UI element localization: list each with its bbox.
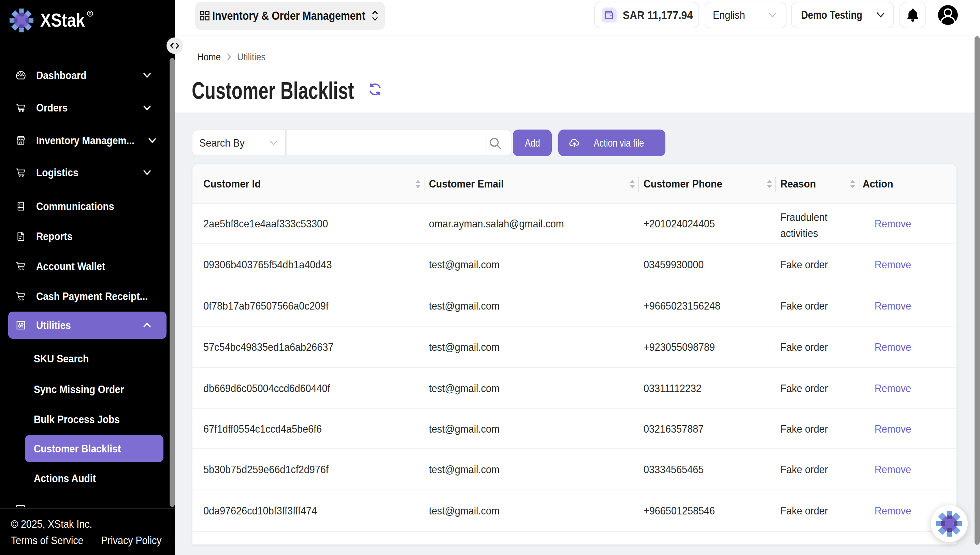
svg-text:R: R bbox=[89, 11, 92, 16]
